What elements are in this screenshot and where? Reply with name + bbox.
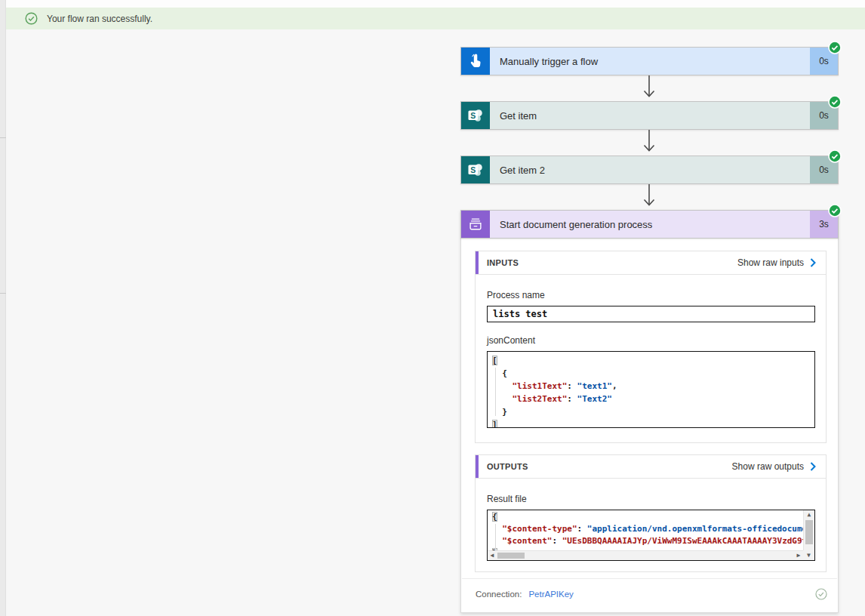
connection-label: Connection: (476, 590, 522, 599)
inputs-label: INPUTS (487, 258, 519, 267)
connection-row: Connection: PetrAPIKey (476, 587, 827, 602)
status-succeeded-icon (828, 41, 842, 54)
step-title-area: Start document generation process (490, 211, 810, 238)
chevron-right-icon (810, 462, 816, 471)
step-title: Get item 2 (500, 165, 545, 176)
vertical-scroll-thumb[interactable] (805, 520, 813, 544)
svg-text:S: S (470, 165, 476, 174)
show-raw-inputs-text: Show raw inputs (737, 257, 804, 268)
outputs-label: OUTPUTS (487, 462, 528, 471)
code-line: "list2Text": "Text2" (492, 393, 814, 405)
step-card-get-item-2[interactable]: S Get item 2 0s (460, 156, 839, 184)
indent-guide (495, 524, 496, 550)
step-duration: 0s (819, 56, 829, 66)
code-line: { (492, 367, 814, 380)
code-line: ] (492, 418, 814, 428)
top-strip (6, 0, 865, 8)
flow-run-screen: Your flow ran successfully. Manually tri… (0, 0, 865, 616)
step-card-manually-trigger-a-flow[interactable]: Manually trigger a flow 0s (460, 47, 839, 75)
sharepoint-icon: S (461, 102, 490, 129)
step-title: Manually trigger a flow (500, 56, 598, 67)
code-line: "list1Text": "text1", (492, 380, 814, 393)
rail-divider (0, 137, 6, 138)
connection-status-icon (815, 588, 827, 600)
scroll-left-icon[interactable]: ◀ (488, 551, 497, 560)
vertical-scrollbar[interactable]: ▲ (803, 510, 814, 550)
connector-arrow-icon (642, 130, 656, 156)
indent-guide (495, 368, 496, 416)
connector-arrow-icon (642, 75, 656, 101)
json-content-label: jsonContent (487, 335, 826, 346)
status-succeeded-icon (828, 95, 842, 109)
connection-link[interactable]: PetrAPIKey (528, 590, 573, 599)
inputs-section-header: INPUTS Show raw inputs (476, 251, 826, 275)
code-line: [ (492, 354, 814, 367)
purple-accent-bar (476, 455, 479, 478)
result-file-code[interactable]: { "$content-type": "application/vnd.open… (487, 510, 815, 561)
status-succeeded-icon (828, 204, 842, 217)
chevron-right-icon (810, 258, 816, 267)
connector-arrow-icon (642, 184, 656, 210)
step-title-area: Get item 2 (490, 156, 810, 183)
code-viewport: { "$content-type": "application/vnd.open… (488, 510, 803, 550)
success-banner: Your flow ran successfully. (6, 8, 865, 29)
success-check-icon (25, 12, 38, 25)
rail-divider (0, 293, 6, 294)
purple-accent-bar (476, 251, 479, 274)
process-name-label: Process name (487, 290, 826, 300)
step-title-area: Get item (490, 102, 810, 129)
banner-message: Your flow ran successfully. (47, 14, 152, 24)
outputs-section-header: OUTPUTS Show raw outputs (476, 455, 826, 479)
step-duration: 0s (819, 165, 829, 175)
outputs-section: OUTPUTS Show raw outputs Result file { "… (475, 454, 827, 572)
step-title-area: Manually trigger a flow (490, 48, 810, 75)
code-line: "$content-type": "application/vnd.openxm… (492, 523, 803, 535)
result-file-label: Result file (487, 494, 826, 504)
json-content-code[interactable]: [ { "list1Text": "text1", "list2Text": "… (487, 351, 815, 428)
code-line: } (492, 405, 814, 418)
scroll-up-icon[interactable]: ▲ (804, 510, 814, 519)
sharepoint-icon: S (461, 156, 490, 183)
step-card-get-item[interactable]: S Get item 0s (460, 101, 839, 130)
code-line: "$content": "UEsDBBQAAAAIAJYp/ViWwM9ISwE… (492, 535, 803, 547)
show-raw-outputs-text: Show raw outputs (732, 461, 804, 472)
svg-text:S: S (470, 111, 476, 120)
status-succeeded-icon (828, 149, 842, 163)
code-line: { (492, 511, 803, 523)
manual-trigger-icon (461, 48, 490, 75)
process-name-value[interactable]: lists test (487, 306, 815, 322)
step-title: Get item (500, 110, 537, 122)
step-card-start-document-generation-process[interactable]: Start document generation process 3s (460, 210, 839, 239)
show-raw-inputs-link[interactable]: Show raw inputs (737, 257, 816, 268)
horizontal-scroll-thumb[interactable] (497, 553, 525, 559)
step-duration: 3s (819, 219, 829, 229)
horizontal-scrollbar[interactable]: ◀ ▶ (488, 550, 803, 560)
scroll-right-icon[interactable]: ▶ (794, 551, 803, 560)
show-raw-outputs-link[interactable]: Show raw outputs (732, 461, 816, 472)
step-details-panel: Start document generation process 3s INP… (460, 210, 839, 613)
footer-divider (462, 578, 837, 579)
step-title: Start document generation process (500, 219, 652, 230)
process-name-text: lists test (493, 309, 547, 319)
inputs-section: INPUTS Show raw inputs Process name list… (475, 251, 827, 443)
collapsed-left-rail[interactable] (0, 0, 6, 616)
scroll-down-icon[interactable]: ▼ (803, 550, 814, 560)
document-generation-icon (461, 211, 490, 238)
step-duration: 0s (819, 110, 829, 121)
